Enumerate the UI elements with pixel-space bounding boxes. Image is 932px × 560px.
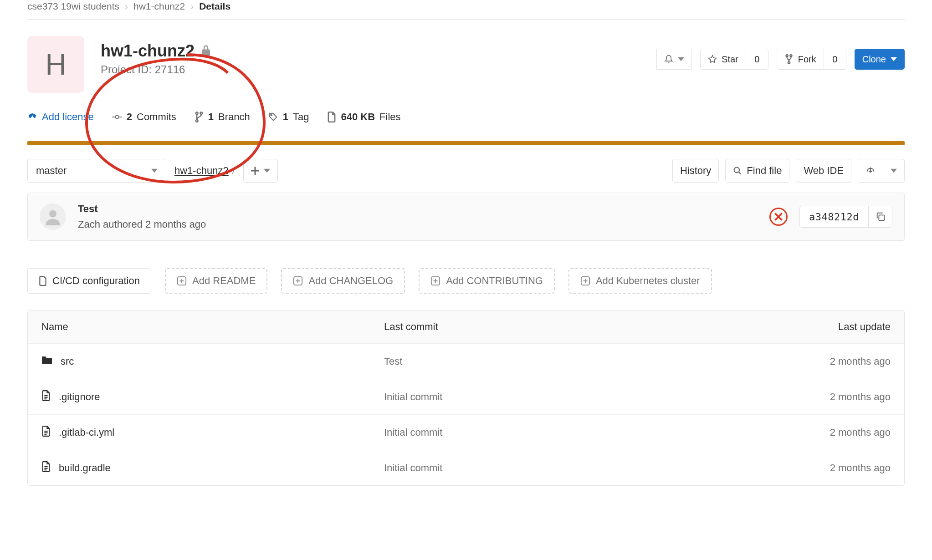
- download-dropdown[interactable]: [883, 159, 905, 183]
- add-changelog-button[interactable]: Add CHANGELOG: [281, 268, 405, 294]
- commit-icon: [112, 112, 122, 122]
- copy-sha-button[interactable]: [869, 206, 892, 228]
- find-file-label: Find file: [747, 165, 782, 177]
- add-to-tree-button[interactable]: [243, 159, 278, 183]
- add-kubernetes-label: Add Kubernetes cluster: [596, 275, 700, 287]
- divider: [27, 19, 905, 20]
- scale-icon: [27, 112, 37, 122]
- commit-sha[interactable]: a348212d: [799, 206, 869, 228]
- breadcrumb-sep: ›: [125, 1, 128, 12]
- commit-author[interactable]: Zach: [78, 219, 100, 230]
- notifications-dropdown[interactable]: [656, 49, 692, 70]
- commit-time: 2 months ago: [145, 219, 206, 230]
- ci-status-failed[interactable]: [769, 208, 788, 226]
- table-row[interactable]: .gitlab-ci.ymlInitial commit2 months ago: [28, 414, 904, 450]
- file-last-commit[interactable]: Initial commit: [384, 462, 727, 474]
- tags-link[interactable]: 1 Tag: [268, 111, 309, 123]
- col-commit-header: Last commit: [384, 321, 727, 333]
- add-license-link[interactable]: Add license: [27, 111, 94, 123]
- project-id: Project ID: 27116: [101, 63, 211, 76]
- file-last-update: 2 months ago: [727, 462, 891, 474]
- lock-icon: [201, 45, 211, 58]
- branch-select[interactable]: master: [27, 159, 166, 183]
- commit-title[interactable]: Test: [78, 203, 206, 215]
- clone-button[interactable]: Clone: [855, 49, 905, 70]
- path-repo-link[interactable]: hw1-chunz2: [174, 165, 229, 177]
- star-label: Star: [722, 54, 738, 65]
- branches-link[interactable]: 1 Branch: [195, 111, 250, 123]
- breadcrumb-project[interactable]: hw1-chunz2: [133, 1, 185, 12]
- path-separator: /: [232, 165, 235, 177]
- breadcrumb-group[interactable]: cse373 19wi students: [27, 1, 119, 12]
- repo-bar: master hw1-chunz2 / History Find file We…: [27, 159, 905, 183]
- clone-label: Clone: [862, 54, 886, 65]
- svg-rect-14: [879, 215, 884, 220]
- language-bar: [27, 141, 905, 145]
- web-ide-button[interactable]: Web IDE: [796, 159, 851, 183]
- table-row[interactable]: srcTest2 months ago: [28, 343, 904, 379]
- author-avatar[interactable]: [40, 204, 66, 230]
- chevron-down-icon: [264, 168, 270, 174]
- commit-authored-word: authored: [103, 219, 143, 230]
- tag-label: Tag: [293, 111, 309, 123]
- table-row[interactable]: build.gradleInitial commit2 months ago: [28, 450, 904, 485]
- commits-link[interactable]: 2 Commits: [112, 111, 176, 123]
- copy-icon: [876, 212, 886, 222]
- find-file-button[interactable]: Find file: [725, 159, 789, 183]
- download-icon: [865, 166, 876, 176]
- file-icon: [41, 390, 51, 404]
- project-title: hw1-chunz2: [101, 41, 195, 61]
- add-kubernetes-button[interactable]: Add Kubernetes cluster: [568, 268, 712, 294]
- add-contributing-label: Add CONTRIBUTING: [446, 275, 543, 287]
- files-link[interactable]: 640 KB Files: [327, 111, 400, 123]
- fork-count[interactable]: 0: [824, 49, 846, 70]
- add-contributing-button[interactable]: Add CONTRIBUTING: [419, 268, 555, 294]
- svg-point-1: [786, 55, 788, 56]
- svg-point-10: [271, 114, 272, 116]
- file-table-header: Name Last commit Last update: [28, 311, 904, 343]
- add-changelog-label: Add CHANGELOG: [308, 275, 393, 287]
- svg-marker-0: [709, 56, 717, 63]
- fork-button[interactable]: Fork: [777, 49, 824, 70]
- bell-icon: [664, 55, 673, 64]
- folder-icon: [41, 356, 52, 367]
- commits-label: Commits: [137, 111, 176, 123]
- history-button[interactable]: History: [672, 159, 719, 183]
- file-name: .gitlab-ci.yml: [59, 427, 114, 438]
- commit-meta: Zach authored 2 months ago: [78, 219, 206, 230]
- plus-icon: [251, 167, 259, 175]
- file-name: src: [61, 356, 74, 367]
- cicd-label: CI/CD configuration: [52, 275, 140, 287]
- web-ide-label: Web IDE: [804, 165, 844, 177]
- table-row[interactable]: .gitignoreInitial commit2 months ago: [28, 379, 904, 414]
- plus-circle-icon: [580, 276, 590, 286]
- plus-circle-icon: [177, 276, 187, 286]
- plus-circle-icon: [293, 276, 303, 286]
- files-label: Files: [379, 111, 400, 123]
- file-last-update: 2 months ago: [727, 356, 891, 367]
- last-commit-card: Test Zach authored 2 months ago a348212d: [27, 193, 905, 241]
- file-last-update: 2 months ago: [727, 391, 891, 403]
- star-icon: [708, 55, 717, 64]
- star-count[interactable]: 0: [746, 49, 768, 70]
- breadcrumb: cse373 19wi students › hw1-chunz2 › Deta…: [27, 0, 905, 19]
- star-button[interactable]: Star: [700, 49, 746, 70]
- cicd-config-button[interactable]: CI/CD configuration: [27, 268, 151, 294]
- fork-icon: [784, 54, 794, 64]
- file-last-commit[interactable]: Test: [384, 356, 727, 367]
- download-button[interactable]: [858, 159, 883, 183]
- files-icon: [327, 112, 336, 122]
- svg-point-3: [788, 62, 790, 64]
- add-readme-button[interactable]: Add README: [165, 268, 267, 294]
- file-last-commit[interactable]: Initial commit: [384, 391, 727, 403]
- file-icon: [41, 426, 51, 439]
- col-name-header: Name: [41, 321, 384, 333]
- file-last-update: 2 months ago: [727, 427, 891, 438]
- close-icon: [774, 213, 783, 221]
- file-last-commit[interactable]: Initial commit: [384, 427, 727, 438]
- person-icon: [44, 208, 61, 225]
- svg-point-11: [734, 168, 740, 173]
- svg-point-7: [196, 112, 198, 114]
- branch-icon: [195, 112, 204, 122]
- tag-icon: [268, 112, 278, 122]
